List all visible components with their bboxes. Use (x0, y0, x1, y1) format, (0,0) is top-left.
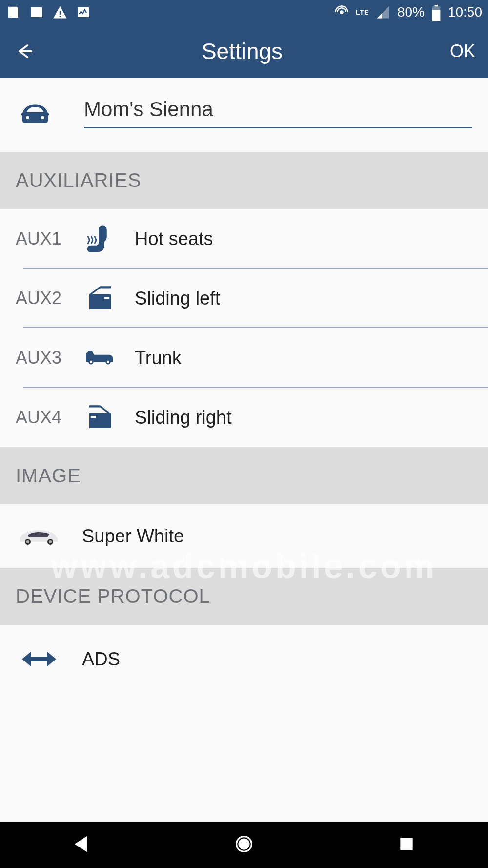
svg-rect-3 (432, 10, 441, 21)
svg-point-12 (107, 361, 109, 363)
svg-point-0 (340, 10, 344, 14)
auxiliaries-header: AUXILIARIES (0, 152, 488, 209)
svg-rect-5 (45, 113, 49, 115)
clock: 10:50 (448, 4, 482, 20)
nav-home-button[interactable] (233, 833, 255, 857)
notification-doc-icon (6, 5, 20, 20)
image-header: IMAGE (0, 447, 488, 504)
battery-icon (431, 5, 441, 20)
svg-rect-13 (91, 416, 96, 418)
android-navbar (0, 822, 488, 868)
signal-icon (376, 5, 390, 20)
nav-recent-button[interactable] (396, 833, 417, 857)
car-front-icon (16, 101, 55, 125)
protocol-arrows-icon (0, 649, 78, 669)
svg-rect-1 (435, 5, 438, 6)
svg-point-7 (41, 116, 44, 119)
protocol-label: ADS (78, 649, 120, 670)
door-left-icon (78, 282, 122, 314)
vehicle-name-input[interactable]: Mom's Sienna (84, 98, 472, 128)
notification-image-icon (29, 5, 44, 20)
protocol-header: DEVICE PROTOCOL (0, 568, 488, 625)
aux3-label: AUX3 (0, 348, 78, 368)
svg-point-19 (239, 839, 249, 849)
app-bar: Settings OK (0, 24, 488, 78)
notification-chart-icon (76, 5, 91, 20)
aux3-row[interactable]: AUX3 Trunk (0, 328, 488, 388)
aux1-label: AUX1 (0, 228, 78, 249)
svg-rect-8 (104, 297, 109, 299)
aux1-row[interactable]: AUX1 Hot seats (0, 209, 488, 269)
svg-point-17 (49, 540, 52, 543)
image-label: Super White (78, 526, 184, 547)
aux4-value: Sliding right (122, 407, 232, 428)
aux1-value: Hot seats (122, 228, 213, 249)
hotspot-icon (334, 5, 349, 20)
ok-button[interactable]: OK (450, 41, 475, 62)
door-right-icon (78, 401, 122, 434)
battery-percent: 80% (397, 4, 425, 20)
aux2-value: Sliding left (122, 288, 220, 309)
page-title: Settings (34, 38, 450, 64)
aux4-label: AUX4 (0, 407, 78, 428)
aux4-row[interactable]: AUX4 Sliding right (0, 388, 488, 447)
network-type: LTE (356, 8, 369, 16)
svg-rect-4 (21, 113, 26, 115)
aux3-value: Trunk (122, 348, 182, 369)
svg-point-15 (26, 540, 29, 543)
nav-back-button[interactable] (71, 833, 92, 857)
image-row[interactable]: Super White (0, 504, 488, 568)
svg-point-6 (26, 116, 29, 119)
notification-warning-icon (53, 5, 67, 20)
vehicle-thumbnail-icon (0, 525, 78, 547)
protocol-row[interactable]: ADS (0, 625, 488, 693)
car-trunk-icon (78, 342, 122, 374)
aux2-label: AUX2 (0, 288, 78, 309)
aux2-row[interactable]: AUX2 Sliding left (0, 269, 488, 328)
vehicle-name-row[interactable]: Mom's Sienna (0, 78, 488, 152)
svg-point-10 (90, 361, 92, 363)
svg-rect-20 (401, 838, 412, 850)
back-button[interactable] (13, 41, 34, 62)
status-bar: LTE 80% 10:50 (0, 0, 488, 24)
heated-seat-icon (78, 223, 122, 255)
